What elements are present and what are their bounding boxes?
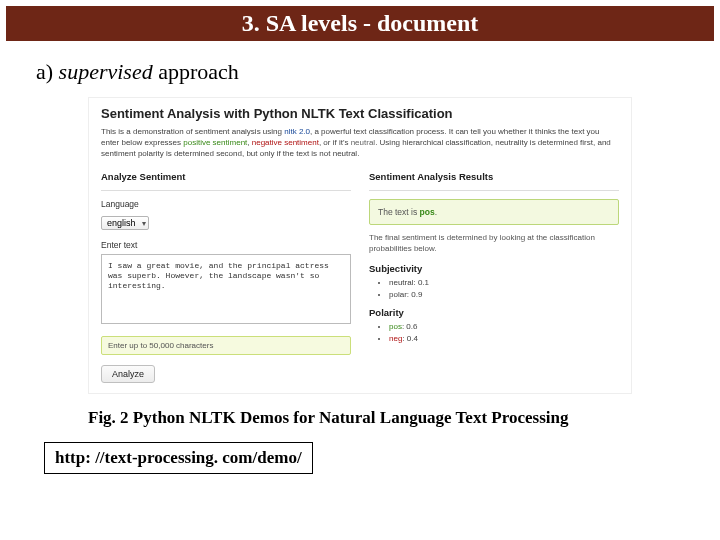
result-explain: The final sentiment is determined by loo… (369, 233, 619, 255)
result-prefix: The text is (378, 207, 420, 217)
blurb-text: This is a demonstration of sentiment ana… (101, 127, 284, 136)
results-column: Sentiment Analysis Results The text is p… (369, 169, 619, 383)
subhead-prefix: a) (36, 59, 59, 84)
demo-screenshot: Sentiment Analysis with Python NLTK Text… (88, 97, 632, 394)
pos-label: pos (389, 322, 402, 331)
analyze-heading: Analyze Sentiment (101, 171, 351, 182)
results-heading: Sentiment Analysis Results (369, 171, 619, 182)
chevron-down-icon: ▾ (142, 219, 146, 228)
pos-value: : 0.6 (402, 322, 418, 331)
text-input[interactable]: I saw a great movie, and the principal a… (101, 254, 351, 324)
language-label: Language (101, 199, 351, 209)
result-box: The text is pos. (369, 199, 619, 225)
divider (369, 190, 619, 191)
polarity-list: pos: 0.6 neg: 0.4 (369, 322, 619, 343)
nltk-link[interactable]: nltk 2.0 (284, 127, 310, 136)
demo-heading: Sentiment Analysis with Python NLTK Text… (101, 106, 619, 121)
entertext-label: Enter text (101, 240, 351, 250)
list-item: polar: 0.9 (389, 290, 619, 299)
demo-blurb: This is a demonstration of sentiment ana… (101, 127, 619, 159)
language-select[interactable]: english ▾ (101, 216, 149, 230)
slide-subheading: a) supervised approach (0, 41, 720, 97)
neg-term: negative sentiment (252, 138, 319, 147)
list-item: neg: 0.4 (389, 334, 619, 343)
analyze-column: Analyze Sentiment Language english ▾ Ent… (101, 169, 351, 383)
pos-term: positive sentiment (183, 138, 247, 147)
neutral-term: neutral (351, 138, 375, 147)
subhead-italic: supervised (59, 59, 153, 84)
neg-label: neg (389, 334, 402, 343)
list-item: neutral: 0.1 (389, 278, 619, 287)
source-url[interactable]: http: //text-processing. com/demo/ (44, 442, 313, 474)
neg-value: : 0.4 (402, 334, 418, 343)
slide-title: 3. SA levels - document (6, 6, 714, 41)
figure-caption: Fig. 2 Python NLTK Demos for Natural Lan… (88, 408, 720, 428)
blurb-text: , or if it's (319, 138, 351, 147)
subjectivity-heading: Subjectivity (369, 263, 619, 274)
polarity-heading: Polarity (369, 307, 619, 318)
subhead-rest: approach (153, 59, 239, 84)
divider (101, 190, 351, 191)
result-label: pos (420, 207, 435, 217)
result-suffix: . (435, 207, 437, 217)
list-item: pos: 0.6 (389, 322, 619, 331)
char-counter: Enter up to 50,000 characters (101, 336, 351, 355)
language-value: english (107, 218, 136, 228)
subjectivity-list: neutral: 0.1 polar: 0.9 (369, 278, 619, 299)
analyze-button[interactable]: Analyze (101, 365, 155, 383)
